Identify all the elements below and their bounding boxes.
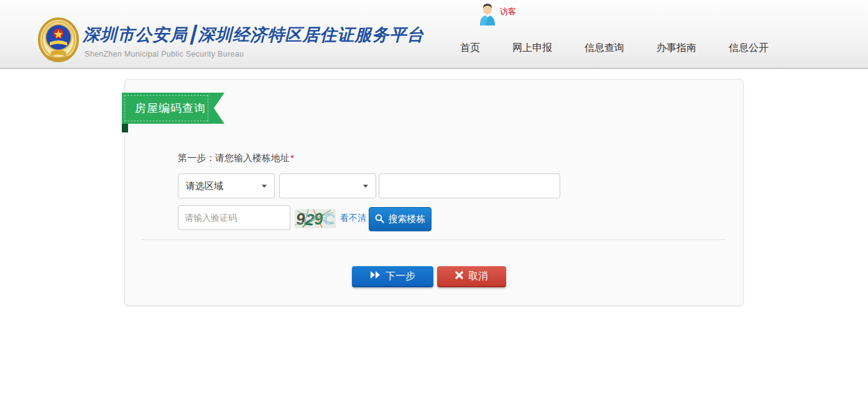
panel-title-ribbon: 房屋编码查询 — [122, 93, 224, 124]
nav-item-home[interactable]: 首页 — [460, 42, 480, 55]
visitor-box: 访客 — [478, 2, 552, 27]
search-icon — [375, 214, 384, 225]
visitor-avatar-icon[interactable] — [478, 2, 497, 25]
svg-text:C: C — [323, 210, 336, 228]
house-code-query-panel: 房屋编码查询 第一步：请您输入楼栋地址* 请选区域 9 2 9 C 看不清 — [124, 79, 744, 306]
search-building-label: 搜索楼栋 — [389, 213, 426, 225]
nav-item-service-guide[interactable]: 办事指南 — [657, 42, 696, 55]
visitor-label[interactable]: 访客 — [500, 6, 516, 17]
chevron-down-icon — [262, 185, 267, 188]
building-address-input[interactable] — [379, 174, 560, 198]
panel-title: 房屋编码查询 — [135, 101, 206, 116]
main-nav: 首页 网上申报 信息查询 办事指南 信息公开 — [460, 42, 769, 55]
site-title: 深圳市公安局┃深圳经济特区居住证服务平台 — [83, 24, 424, 46]
chevron-down-icon — [363, 185, 368, 188]
step-label-text: 第一步：请您输入楼栋地址 — [178, 152, 290, 163]
nav-item-online-declaration[interactable]: 网上申报 — [512, 42, 552, 55]
next-step-label: 下一步 — [386, 270, 415, 283]
captcha-input[interactable] — [178, 205, 290, 230]
site-header: 深圳市公安局┃深圳经济特区居住证服务平台 ShenZhen Municipal … — [0, 0, 868, 69]
search-building-button[interactable]: 搜索楼栋 — [369, 207, 432, 231]
police-badge-logo-icon — [37, 17, 80, 64]
captcha-refresh-link[interactable]: 看不清 — [340, 213, 366, 224]
nav-item-info-disclosure[interactable]: 信息公开 — [729, 42, 769, 55]
required-asterisk: * — [290, 152, 294, 163]
cancel-button[interactable]: 取消 — [437, 266, 506, 287]
divider — [142, 239, 726, 240]
street-select[interactable] — [279, 174, 376, 198]
nav-item-info-query[interactable]: 信息查询 — [584, 42, 624, 55]
close-icon — [455, 271, 463, 282]
captcha-image[interactable]: 9 2 9 C — [295, 209, 336, 228]
region-select-value: 请选区域 — [186, 180, 223, 192]
next-step-button[interactable]: 下一步 — [352, 266, 433, 287]
region-select[interactable]: 请选区域 — [178, 174, 275, 198]
site-subtitle: ShenZhen Municipal Public Security Burea… — [85, 50, 244, 58]
cancel-label: 取消 — [468, 270, 488, 283]
fast-forward-icon — [370, 271, 381, 282]
step-label: 第一步：请您输入楼栋地址* — [178, 152, 294, 164]
